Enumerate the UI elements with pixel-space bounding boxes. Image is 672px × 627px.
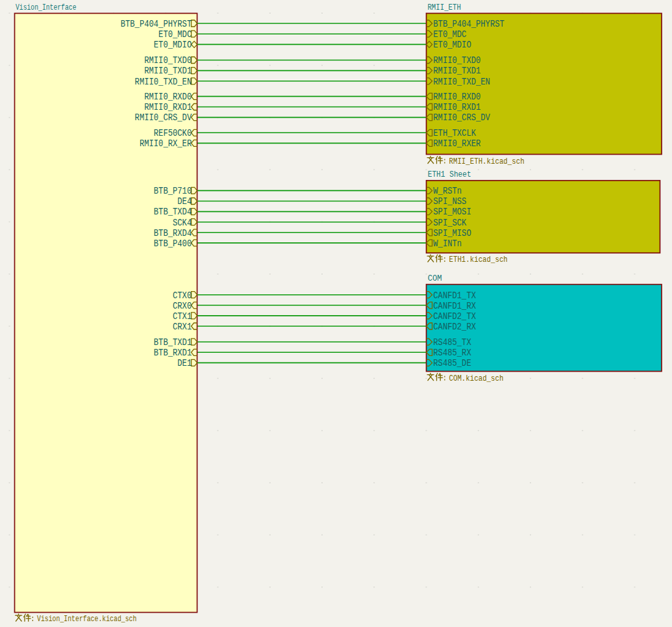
svg-text:CANFD2_RX: CANFD2_RX [433, 322, 476, 332]
svg-text:CANFD1_RX: CANFD1_RX [433, 301, 476, 311]
svg-text:SCK4: SCK4 [173, 218, 192, 228]
svg-text:CTX1: CTX1 [173, 311, 192, 322]
svg-text:BTB_P400: BTB_P400 [154, 238, 192, 249]
svg-text:CRX0: CRX0 [173, 301, 192, 311]
svg-text:RMII0_RXD1: RMII0_RXD1 [144, 102, 192, 112]
svg-text:RMII0_TXD_EN: RMII0_TXD_EN [433, 77, 490, 87]
svg-text:DE1: DE1 [177, 358, 192, 368]
svg-text:RMII0_TXD0: RMII0_TXD0 [433, 55, 480, 66]
svg-text:SPI_MOSI: SPI_MOSI [433, 207, 471, 217]
svg-text:ET0_MDC: ET0_MDC [433, 29, 466, 40]
svg-text:RMII0_CRS_DV: RMII0_CRS_DV [433, 112, 490, 123]
svg-text:Vision_Interface: Vision_Interface [16, 3, 77, 12]
svg-text:RMII_ETH: RMII_ETH [427, 3, 461, 12]
svg-text:Vision_Interface.kicad_sch: Vision_Interface.kicad_sch [37, 614, 136, 624]
svg-text:CTX0: CTX0 [173, 290, 192, 301]
svg-text:BTB_RXD1: BTB_RXD1 [154, 348, 192, 358]
svg-text:W_RSTn: W_RSTn [433, 186, 462, 196]
svg-text:ET0_MDIO: ET0_MDIO [433, 40, 471, 50]
svg-text:BTB_TXD1: BTB_TXD1 [154, 337, 192, 348]
svg-text:RMII0_RXD0: RMII0_RXD0 [144, 92, 192, 102]
svg-text:RMII0_RX_ER: RMII0_RX_ER [140, 138, 192, 149]
svg-text:CANFD2_TX: CANFD2_TX [433, 311, 476, 322]
svg-text:RMII0_TXD1: RMII0_TXD1 [144, 66, 192, 76]
svg-text:RS485_DE: RS485_DE [433, 358, 471, 368]
svg-text:BTB_RXD4: BTB_RXD4 [154, 228, 192, 238]
svg-text:RMII0_RXD0: RMII0_RXD0 [433, 92, 480, 102]
svg-text:BTB_P404_PHYRST: BTB_P404_PHYRST [433, 19, 504, 29]
svg-text:SPI_SCK: SPI_SCK [433, 218, 467, 228]
svg-text:COM: COM [428, 274, 442, 283]
svg-text:BTB_TXD4: BTB_TXD4 [154, 207, 192, 217]
svg-text:ETH1 Sheet: ETH1 Sheet [428, 170, 471, 179]
svg-text:ETH1.kicad_sch: ETH1.kicad_sch [449, 255, 508, 264]
svg-text:BTB_P710: BTB_P710 [154, 186, 192, 196]
svg-text:REF50CK0: REF50CK0 [154, 128, 192, 138]
svg-text:RMII0_RXER: RMII0_RXER [433, 138, 481, 149]
svg-text:BTB_P404_PHYRST: BTB_P404_PHYRST [121, 19, 192, 29]
svg-text:W_INTn: W_INTn [433, 238, 462, 249]
svg-text:RS485_RX: RS485_RX [433, 348, 471, 358]
svg-text:RMII0_TXD_EN: RMII0_TXD_EN [135, 77, 192, 87]
svg-text:RMII0_TXD1: RMII0_TXD1 [433, 66, 480, 76]
svg-text:CRX1: CRX1 [173, 322, 192, 332]
svg-text:RMII0_RXD1: RMII0_RXD1 [433, 102, 480, 112]
svg-text:COM.kicad_sch: COM.kicad_sch [449, 374, 504, 383]
svg-text:RMII0_CRS_DV: RMII0_CRS_DV [135, 112, 192, 123]
svg-text:CANFD1_TX: CANFD1_TX [433, 290, 476, 301]
svg-text:RMII0_TXD0: RMII0_TXD0 [144, 55, 192, 66]
svg-text:ET0_MDIO: ET0_MDIO [154, 40, 192, 50]
svg-text:ETH_TXCLK: ETH_TXCLK [433, 128, 476, 138]
svg-text:RMII_ETH.kicad_sch: RMII_ETH.kicad_sch [449, 157, 525, 166]
svg-text:DE4: DE4 [177, 196, 192, 207]
svg-text:RS485_TX: RS485_TX [433, 337, 471, 348]
svg-text:SPI_NSS: SPI_NSS [433, 196, 466, 207]
svg-text:ET0_MDC: ET0_MDC [158, 29, 192, 40]
svg-text:SPI_MISO: SPI_MISO [433, 228, 471, 238]
